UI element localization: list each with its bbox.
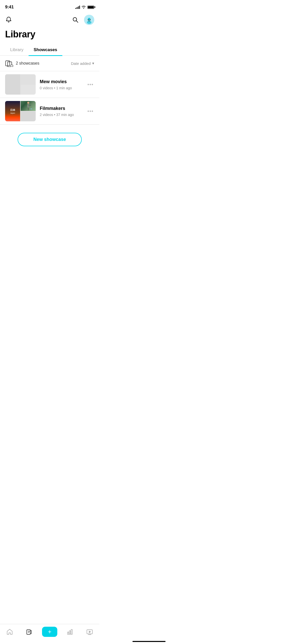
showcase-name-mew: Mew movies [40,79,83,84]
showcase-meta-filmmakers: 2 videos • 37 min ago [40,113,83,117]
svg-point-15 [30,108,32,109]
showcase-list: Mew movies 0 videos • 1 min ago ••• 日本 J… [0,71,99,125]
svg-point-6 [90,19,91,20]
status-bar: 9:41 [0,0,99,13]
chevron-down-icon: ▾ [92,61,94,66]
showcase-item-filmmakers[interactable]: 日本 Japan Filmmaker [0,98,99,125]
search-icon[interactable] [72,16,79,23]
ellipsis-icon: ••• [87,108,93,114]
toolbar: + 2 showcases Date added ▾ [0,56,99,71]
fisherman-thumbnail [21,101,36,111]
showcase-count: 2 showcases [16,61,39,66]
more-button-filmmakers[interactable]: ••• [87,107,94,115]
svg-point-11 [27,102,29,104]
svg-point-3 [88,18,90,20]
new-showcase-button[interactable]: New showcase [18,133,82,146]
header [0,13,99,28]
showcase-count-icon: + [5,60,13,67]
battery-icon [87,6,94,9]
signal-icon [75,5,80,9]
wifi-icon [82,6,86,9]
tab-bar: Library Showcases [0,45,99,56]
showcase-name-filmmakers: Filmmakers [40,106,83,111]
sort-label: Date added [71,61,91,66]
svg-point-5 [88,19,89,20]
sort-button[interactable]: Date added ▾ [71,61,94,66]
header-left-icons [5,16,12,23]
showcase-item-mew-movies[interactable]: Mew movies 0 videos • 1 min ago ••• [0,71,99,98]
svg-point-4 [87,21,91,24]
more-button-mew[interactable]: ••• [87,81,94,88]
status-icons [75,5,94,9]
svg-line-1 [76,21,78,23]
showcase-info-mew: Mew movies 0 videos • 1 min ago [36,79,87,90]
japan-thumbnail: 日本 Japan [5,101,20,121]
showcase-info-filmmakers: Filmmakers 2 videos • 37 min ago [36,106,87,117]
avatar[interactable] [84,15,94,25]
toolbar-left: + 2 showcases [5,60,39,67]
status-time: 9:41 [5,5,14,10]
showcase-thumbnail-filmmakers: 日本 Japan [5,101,36,121]
showcase-meta-mew: 0 videos • 1 min ago [40,86,83,90]
tab-showcases[interactable]: Showcases [29,45,62,55]
page-title: Library [0,28,99,45]
showcase-thumbnail-mew [5,74,36,95]
ellipsis-icon: ••• [87,82,93,87]
tab-library[interactable]: Library [5,45,29,55]
bell-icon[interactable] [5,16,12,23]
header-right-icons [72,15,94,25]
new-showcase-container: New showcase [0,125,99,154]
svg-text:+: + [11,65,12,67]
